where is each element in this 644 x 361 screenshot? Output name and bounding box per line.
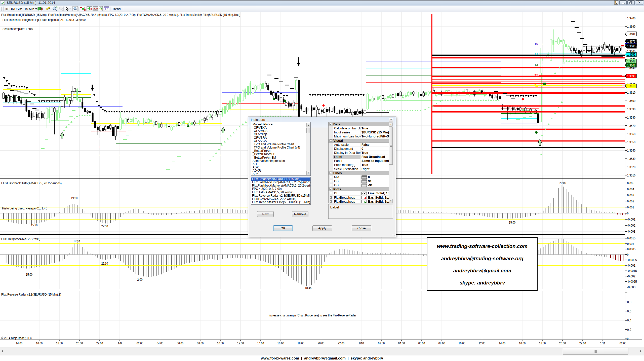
svg-text:1/10: 1/10 xyxy=(358,341,364,345)
svg-text:T4: T4 xyxy=(535,52,538,56)
svg-text:02:00: 02:00 xyxy=(620,341,626,345)
svg-text:20:00: 20:00 xyxy=(559,341,566,345)
svg-text:1,3681: 1,3681 xyxy=(627,32,635,36)
svg-text:1/9: 1/9 xyxy=(118,341,122,345)
svg-text:© 2014 NinjaTrader, LLC: © 2014 NinjaTrader, LLC xyxy=(1,336,32,340)
svg-text:22:30: 22:30 xyxy=(101,262,108,265)
svg-text:12:00: 12:00 xyxy=(237,341,244,345)
svg-text:2:00: 2:00 xyxy=(137,278,142,281)
svg-text:18:00: 18:00 xyxy=(298,341,304,345)
svg-text:1,3618: 1,3618 xyxy=(627,84,635,88)
svg-text:19:30: 19:30 xyxy=(71,196,78,200)
svg-text:15:00: 15:00 xyxy=(26,273,33,276)
svg-text:0,0015: 0,0015 xyxy=(627,236,635,240)
svg-text:1,3643: 1,3643 xyxy=(627,63,635,67)
svg-text:14:00: 14:00 xyxy=(257,341,264,345)
svg-text:1/11: 1/11 xyxy=(600,341,605,345)
svg-text:06:00: 06:00 xyxy=(418,341,425,345)
svg-text:1: 1 xyxy=(627,291,629,295)
svg-text:20:00: 20:00 xyxy=(559,181,566,185)
svg-text:0,8: 0,8 xyxy=(627,300,631,304)
svg-text:$: $ xyxy=(100,8,102,10)
svg-text:Flux Broadhead($EURUSD (15 Min: Flux Broadhead($EURUSD (15 Min)), FluxFl… xyxy=(1,13,240,17)
svg-text:14:00: 14:00 xyxy=(499,341,506,345)
svg-text:0,4: 0,4 xyxy=(627,318,631,322)
svg-text:04:00: 04:00 xyxy=(398,341,405,345)
svg-text:T3: T3 xyxy=(535,63,538,67)
svg-text:1,3560: 1,3560 xyxy=(627,132,635,136)
svg-text:0,0005: 0,0005 xyxy=(627,247,635,251)
svg-text:-0,002: -0,002 xyxy=(627,224,635,227)
svg-text:06:00: 06:00 xyxy=(177,341,184,345)
svg-text:Histo being used: января 01, 1: Histo being used: января 01, 1:45 xyxy=(2,206,47,210)
svg-text:-0,003: -0,003 xyxy=(627,230,635,233)
svg-text:0,004: 0,004 xyxy=(627,187,634,191)
svg-text:0,002: 0,002 xyxy=(627,199,634,203)
svg-text:16:00: 16:00 xyxy=(519,341,526,345)
svg-text:-0,001: -0,001 xyxy=(627,218,635,221)
svg-text:16:00: 16:00 xyxy=(277,341,284,345)
svg-text:10:00: 10:00 xyxy=(217,341,224,345)
svg-text:22:00: 22:00 xyxy=(579,341,586,345)
svg-text:19:45: 19:45 xyxy=(73,239,80,243)
svg-text:1,3672: 1,3672 xyxy=(627,40,635,43)
svg-text:1,3700: 1,3700 xyxy=(627,16,635,20)
svg-text:20:00: 20:00 xyxy=(76,341,83,345)
svg-text:1,3590: 1,3590 xyxy=(627,107,635,111)
svg-text:0,003: 0,003 xyxy=(627,193,634,197)
svg-text:1,3580: 1,3580 xyxy=(627,116,635,119)
svg-text:0: 0 xyxy=(627,337,629,341)
svg-text:0: 0 xyxy=(627,211,629,215)
svg-text:15:30: 15:30 xyxy=(31,223,38,227)
svg-text:T2: T2 xyxy=(535,74,538,77)
svg-text:1,3610: 1,3610 xyxy=(627,91,635,94)
svg-text:08:00: 08:00 xyxy=(438,341,445,345)
svg-text:08:00: 08:00 xyxy=(197,341,204,345)
svg-text:0,001: 0,001 xyxy=(627,205,634,209)
svg-text:16:00: 16:00 xyxy=(36,341,43,345)
svg-text:-0,0025: -0,0025 xyxy=(627,280,637,283)
svg-text:1,3630: 1,3630 xyxy=(627,74,635,78)
svg-text:1,3550: 1,3550 xyxy=(627,140,635,144)
svg-text:22:30: 22:30 xyxy=(101,224,108,228)
svg-text:-0,0005: -0,0005 xyxy=(627,258,637,262)
svg-text:0,2: 0,2 xyxy=(627,328,631,332)
svg-text:15:00: 15:00 xyxy=(509,221,516,224)
svg-text:1,3666: 1,3666 xyxy=(627,44,635,48)
svg-text:0: 0 xyxy=(627,253,629,257)
svg-text:1,3540: 1,3540 xyxy=(627,149,635,152)
svg-text:1,3570: 1,3570 xyxy=(627,124,635,128)
svg-text:20:00: 20:00 xyxy=(318,341,325,345)
svg-text:-0,001: -0,001 xyxy=(627,264,635,267)
svg-text:18:45: 18:45 xyxy=(305,286,312,290)
svg-text:1,3530: 1,3530 xyxy=(627,157,635,161)
svg-text:FluxHisto(AMACD,5, 20 2-wks): FluxHisto(AMACD,5, 20 2-wks) xyxy=(1,237,40,241)
svg-text:0,005: 0,005 xyxy=(627,181,634,185)
svg-text:Increase chart margin (Chart P: Increase chart margin (Chart Properties)… xyxy=(269,313,356,317)
svg-text:02:00: 02:00 xyxy=(378,341,385,345)
svg-text:Session template: Forex: Session template: Forex xyxy=(3,27,33,31)
svg-text:22:00: 22:00 xyxy=(338,341,345,345)
svg-text:1,3520: 1,3520 xyxy=(627,165,635,169)
svg-text:1,3510: 1,3510 xyxy=(627,173,635,177)
svg-text:10:00: 10:00 xyxy=(459,341,465,345)
svg-text:1,3690: 1,3690 xyxy=(627,25,635,28)
svg-text:22:00: 22:00 xyxy=(96,341,103,345)
svg-text:1,3656: 1,3656 xyxy=(627,53,635,56)
svg-text:0,001: 0,001 xyxy=(627,242,634,246)
svg-text:T1: T1 xyxy=(535,84,538,87)
svg-text:1,3648: 1,3648 xyxy=(627,59,635,63)
svg-text:12:00: 12:00 xyxy=(479,341,486,345)
svg-text:FluxFlashbackHisto(AMACD,5, 20: FluxFlashbackHisto(AMACD,5, 20 2-periods… xyxy=(1,181,62,185)
svg-text:FluxFlashbackHistograms input: FluxFlashbackHistograms input data began… xyxy=(3,18,86,22)
svg-text:04:00: 04:00 xyxy=(157,341,164,345)
svg-text:-0,0015: -0,0015 xyxy=(627,269,637,273)
svg-text:T5: T5 xyxy=(535,42,538,46)
svg-text:-0,003: -0,003 xyxy=(627,285,635,289)
svg-text:18:00: 18:00 xyxy=(56,341,63,345)
svg-text:1,3600: 1,3600 xyxy=(627,99,635,103)
svg-text:-0,002: -0,002 xyxy=(627,274,635,278)
svg-text:14:00: 14:00 xyxy=(16,341,23,345)
svg-text:Flux Reverse Radar v2.3($EURUS: Flux Reverse Radar v2.3($EURUSD (15 Min)… xyxy=(1,293,61,296)
svg-text:02:00: 02:00 xyxy=(137,341,143,345)
